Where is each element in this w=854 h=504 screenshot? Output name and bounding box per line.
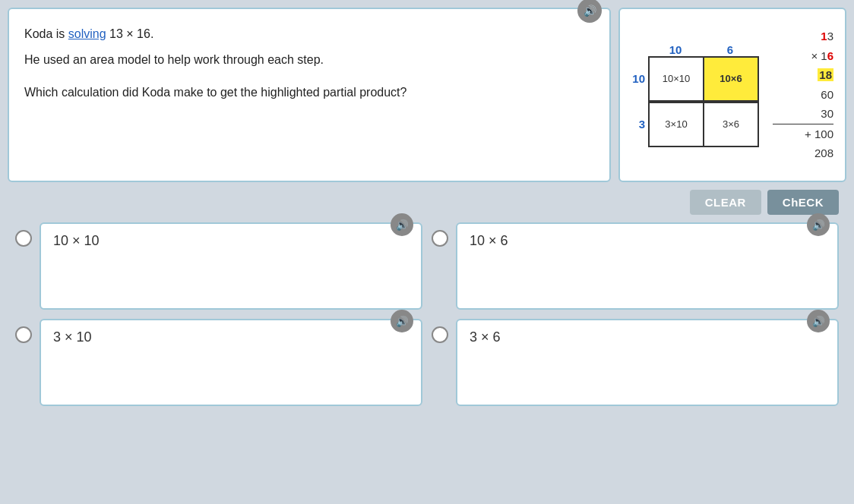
- speaker-icon-3: 🔊: [396, 316, 409, 327]
- radio-3[interactable]: [15, 326, 32, 343]
- clear-button[interactable]: CLEAR: [690, 190, 761, 215]
- choice-label-4: 3 × 6: [470, 329, 501, 345]
- row-header-3: 3: [631, 118, 648, 131]
- question-intro-rest: 13 × 16.: [106, 27, 154, 40]
- choice-audio-btn-3[interactable]: 🔊: [391, 310, 413, 332]
- speaker-icon-2: 🔊: [812, 219, 825, 231]
- area-table-wrapper: 10 6 10 10×10 10×6 3: [631, 43, 765, 147]
- question-panel: 🔊 Koda is solving 13 × 16. He used an ar…: [8, 8, 611, 182]
- speaker-icon-4: 🔊: [812, 316, 825, 327]
- cell-3x10: 3×10: [649, 102, 704, 146]
- choice-item-4: 🔊 3 × 6: [432, 319, 839, 406]
- radio-2[interactable]: [432, 230, 448, 247]
- cell-3x6: 3×6: [704, 102, 758, 146]
- question-intro: Koda is: [24, 27, 68, 40]
- speaker-icon-1: 🔊: [396, 219, 409, 231]
- algo-line4: 60: [773, 85, 833, 105]
- radio-1[interactable]: [15, 230, 32, 247]
- choice-card-2[interactable]: 🔊 10 × 6: [456, 222, 839, 310]
- speaker-icon: 🔊: [584, 5, 596, 17]
- solving-link[interactable]: solving: [68, 27, 106, 40]
- check-button[interactable]: ChECK: [767, 190, 839, 215]
- col-header-6: 6: [703, 43, 758, 56]
- choice-audio-btn-2[interactable]: 🔊: [807, 213, 830, 236]
- choice-audio-btn-1[interactable]: 🔊: [391, 213, 413, 236]
- choice-item-3: 🔊 3 × 10: [15, 319, 422, 406]
- area-grid-bottom: 3×10 3×6: [648, 102, 759, 147]
- area-col-headers: 10 6: [648, 43, 758, 56]
- radio-4[interactable]: [432, 326, 448, 343]
- area-row-10: 10 10×10 10×6: [631, 56, 759, 102]
- choice-card-3[interactable]: 🔊 3 × 10: [40, 319, 422, 406]
- question-audio-button[interactable]: 🔊: [577, 0, 602, 23]
- algo-line3-highlighted: 18: [773, 65, 833, 85]
- question-line2: He used an area model to help work throu…: [24, 50, 594, 70]
- row-header-10: 10: [631, 72, 648, 85]
- algo-line1: 13: [773, 27, 833, 46]
- toolbar-row: CLEAR ChECK: [8, 190, 846, 215]
- algo-line6: + 100: [773, 124, 833, 144]
- cell-10x6: 10×6: [704, 57, 758, 101]
- choice-label-2: 10 × 6: [470, 233, 508, 248]
- choice-card-4[interactable]: 🔊 3 × 6: [456, 319, 839, 406]
- cell-10x10: 10×10: [649, 57, 704, 101]
- choice-item-2: 🔊 10 × 6: [432, 222, 839, 310]
- main-container: 🔊 Koda is solving 13 × 16. He used an ar…: [0, 0, 854, 414]
- top-row: 🔊 Koda is solving 13 × 16. He used an ar…: [8, 8, 846, 182]
- vertical-algorithm: 13 × 16 18 60 30 + 100 208: [773, 27, 833, 163]
- choice-card-1[interactable]: 🔊 10 × 10: [40, 222, 422, 310]
- area-model: 10 6 10 10×10 10×6 3: [631, 43, 765, 147]
- question-line3: Which calculation did Koda make to get t…: [24, 83, 594, 102]
- choice-label-1: 10 × 10: [53, 233, 100, 248]
- choices-grid: 🔊 10 × 10 🔊 10 × 6 🔊 3 × 10: [8, 222, 846, 406]
- area-row-3: 3 3×10 3×6: [631, 102, 759, 147]
- area-grid-top: 10×10 10×6: [648, 56, 759, 102]
- choice-label-3: 3 × 10: [53, 329, 92, 345]
- col-header-10: 10: [648, 43, 703, 56]
- algo-line2: × 16: [773, 46, 833, 66]
- algo-total: 208: [773, 143, 833, 163]
- algo-line5: 30: [773, 104, 833, 124]
- choice-audio-btn-4[interactable]: 🔊: [807, 310, 830, 332]
- choice-item-1: 🔊 10 × 10: [15, 222, 422, 310]
- area-model-panel: 10 6 10 10×10 10×6 3: [618, 8, 846, 182]
- question-line1: Koda is solving 13 × 16.: [24, 24, 594, 44]
